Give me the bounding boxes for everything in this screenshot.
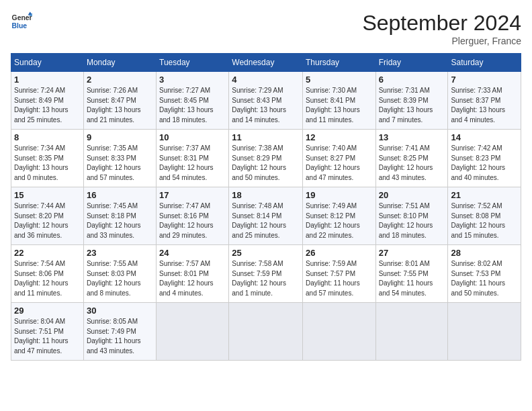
calendar-cell <box>303 303 376 361</box>
day-info: Sunrise: 8:05 AM Sunset: 7:49 PM Dayligh… <box>87 317 153 356</box>
svg-text:General: General <box>12 14 32 21</box>
day-number: 7 <box>451 75 518 85</box>
day-number: 3 <box>159 75 226 85</box>
day-info: Sunrise: 7:29 AM Sunset: 8:43 PM Dayligh… <box>232 86 300 125</box>
day-number: 22 <box>14 248 81 258</box>
day-info: Sunrise: 7:51 AM Sunset: 8:10 PM Dayligh… <box>379 201 445 240</box>
day-info: Sunrise: 7:38 AM Sunset: 8:29 PM Dayligh… <box>232 144 300 183</box>
calendar-week-row: 8Sunrise: 7:34 AM Sunset: 8:35 PM Daylig… <box>11 130 521 187</box>
day-number: 11 <box>232 132 300 142</box>
calendar-cell: 24Sunrise: 7:57 AM Sunset: 8:01 PM Dayli… <box>157 245 229 303</box>
day-info: Sunrise: 7:26 AM Sunset: 8:47 PM Dayligh… <box>87 86 153 125</box>
day-info: Sunrise: 7:58 AM Sunset: 7:59 PM Dayligh… <box>232 259 300 298</box>
day-info: Sunrise: 7:41 AM Sunset: 8:25 PM Dayligh… <box>379 144 445 183</box>
calendar-cell: 21Sunrise: 7:52 AM Sunset: 8:08 PM Dayli… <box>448 187 521 245</box>
day-info: Sunrise: 7:52 AM Sunset: 8:08 PM Dayligh… <box>451 201 518 240</box>
day-info: Sunrise: 7:34 AM Sunset: 8:35 PM Dayligh… <box>14 144 81 183</box>
calendar-week-row: 1Sunrise: 7:24 AM Sunset: 8:49 PM Daylig… <box>11 72 521 130</box>
day-number: 6 <box>379 75 445 85</box>
day-info: Sunrise: 7:27 AM Sunset: 8:45 PM Dayligh… <box>159 86 226 125</box>
day-number: 18 <box>232 190 300 200</box>
calendar-cell <box>229 303 303 361</box>
title-block: September 2024 Plerguer, France <box>362 11 521 46</box>
day-number: 24 <box>159 248 226 258</box>
day-info: Sunrise: 7:57 AM Sunset: 8:01 PM Dayligh… <box>159 259 226 298</box>
day-info: Sunrise: 7:59 AM Sunset: 7:57 PM Dayligh… <box>306 259 373 298</box>
calendar-cell: 9Sunrise: 7:35 AM Sunset: 8:33 PM Daylig… <box>83 130 156 187</box>
day-number: 2 <box>87 75 153 85</box>
calendar-cell <box>157 303 229 361</box>
calendar-cell <box>448 303 521 361</box>
day-number: 20 <box>379 190 445 200</box>
calendar-cell: 12Sunrise: 7:40 AM Sunset: 8:27 PM Dayli… <box>303 130 376 187</box>
calendar-week-row: 29Sunrise: 8:04 AM Sunset: 7:51 PM Dayli… <box>11 303 521 361</box>
day-of-week-header: Monday <box>83 54 156 72</box>
calendar-header-row: SundayMondayTuesdayWednesdayThursdayFrid… <box>11 54 521 72</box>
location: Plerguer, France <box>362 36 521 46</box>
day-info: Sunrise: 7:55 AM Sunset: 8:03 PM Dayligh… <box>87 259 153 298</box>
calendar-cell: 1Sunrise: 7:24 AM Sunset: 8:49 PM Daylig… <box>11 72 84 130</box>
day-number: 27 <box>379 248 445 258</box>
calendar-cell: 2Sunrise: 7:26 AM Sunset: 8:47 PM Daylig… <box>83 72 156 130</box>
day-number: 30 <box>87 306 153 316</box>
day-number: 12 <box>306 132 373 142</box>
day-number: 28 <box>451 248 518 258</box>
day-number: 17 <box>159 190 226 200</box>
day-number: 29 <box>14 306 81 316</box>
day-number: 5 <box>306 75 373 85</box>
calendar-cell: 30Sunrise: 8:05 AM Sunset: 7:49 PM Dayli… <box>83 303 156 361</box>
day-number: 23 <box>87 248 153 258</box>
day-number: 13 <box>379 132 445 142</box>
calendar-week-row: 15Sunrise: 7:44 AM Sunset: 8:20 PM Dayli… <box>11 187 521 245</box>
day-info: Sunrise: 7:33 AM Sunset: 8:37 PM Dayligh… <box>451 86 518 125</box>
calendar-table: SundayMondayTuesdayWednesdayThursdayFrid… <box>11 53 521 361</box>
calendar-cell: 29Sunrise: 8:04 AM Sunset: 7:51 PM Dayli… <box>11 303 84 361</box>
calendar-cell: 5Sunrise: 7:30 AM Sunset: 8:41 PM Daylig… <box>303 72 376 130</box>
day-number: 15 <box>14 190 81 200</box>
day-number: 10 <box>159 132 226 142</box>
day-info: Sunrise: 8:01 AM Sunset: 7:55 PM Dayligh… <box>379 259 445 298</box>
calendar-cell: 19Sunrise: 7:49 AM Sunset: 8:12 PM Dayli… <box>303 187 376 245</box>
calendar-cell: 23Sunrise: 7:55 AM Sunset: 8:03 PM Dayli… <box>83 245 156 303</box>
calendar-cell: 3Sunrise: 7:27 AM Sunset: 8:45 PM Daylig… <box>157 72 229 130</box>
calendar-cell: 16Sunrise: 7:45 AM Sunset: 8:18 PM Dayli… <box>83 187 156 245</box>
day-info: Sunrise: 7:47 AM Sunset: 8:16 PM Dayligh… <box>159 201 226 240</box>
day-info: Sunrise: 7:37 AM Sunset: 8:31 PM Dayligh… <box>159 144 226 183</box>
day-of-week-header: Sunday <box>11 54 84 72</box>
calendar-cell: 13Sunrise: 7:41 AM Sunset: 8:25 PM Dayli… <box>375 130 448 187</box>
day-number: 19 <box>306 190 373 200</box>
calendar-body: 1Sunrise: 7:24 AM Sunset: 8:49 PM Daylig… <box>11 72 521 361</box>
day-info: Sunrise: 7:48 AM Sunset: 8:14 PM Dayligh… <box>232 201 300 240</box>
day-info: Sunrise: 8:02 AM Sunset: 7:53 PM Dayligh… <box>451 259 518 298</box>
day-number: 8 <box>14 132 81 142</box>
day-of-week-header: Friday <box>375 54 448 72</box>
day-number: 26 <box>306 248 373 258</box>
day-info: Sunrise: 7:45 AM Sunset: 8:18 PM Dayligh… <box>87 201 153 240</box>
day-number: 16 <box>87 190 153 200</box>
logo: General Blue <box>11 11 32 32</box>
day-info: Sunrise: 8:04 AM Sunset: 7:51 PM Dayligh… <box>14 317 81 356</box>
day-info: Sunrise: 7:40 AM Sunset: 8:27 PM Dayligh… <box>306 144 373 183</box>
calendar-cell: 11Sunrise: 7:38 AM Sunset: 8:29 PM Dayli… <box>229 130 303 187</box>
day-of-week-header: Wednesday <box>229 54 303 72</box>
day-of-week-header: Thursday <box>303 54 376 72</box>
calendar-cell: 18Sunrise: 7:48 AM Sunset: 8:14 PM Dayli… <box>229 187 303 245</box>
month-title: September 2024 <box>362 11 521 36</box>
calendar-cell: 10Sunrise: 7:37 AM Sunset: 8:31 PM Dayli… <box>157 130 229 187</box>
day-info: Sunrise: 7:54 AM Sunset: 8:06 PM Dayligh… <box>14 259 81 298</box>
day-of-week-header: Tuesday <box>157 54 229 72</box>
day-of-week-header: Saturday <box>448 54 521 72</box>
calendar-cell: 22Sunrise: 7:54 AM Sunset: 8:06 PM Dayli… <box>11 245 84 303</box>
day-number: 25 <box>232 248 300 258</box>
day-info: Sunrise: 7:35 AM Sunset: 8:33 PM Dayligh… <box>87 144 153 183</box>
calendar-cell: 25Sunrise: 7:58 AM Sunset: 7:59 PM Dayli… <box>229 245 303 303</box>
calendar-week-row: 22Sunrise: 7:54 AM Sunset: 8:06 PM Dayli… <box>11 245 521 303</box>
page-header: General Blue September 2024 Plerguer, Fr… <box>11 11 521 46</box>
calendar-cell: 14Sunrise: 7:42 AM Sunset: 8:23 PM Dayli… <box>448 130 521 187</box>
day-info: Sunrise: 7:42 AM Sunset: 8:23 PM Dayligh… <box>451 144 518 183</box>
calendar-cell: 27Sunrise: 8:01 AM Sunset: 7:55 PM Dayli… <box>375 245 448 303</box>
day-number: 4 <box>232 75 300 85</box>
calendar-cell: 8Sunrise: 7:34 AM Sunset: 8:35 PM Daylig… <box>11 130 84 187</box>
calendar-cell: 15Sunrise: 7:44 AM Sunset: 8:20 PM Dayli… <box>11 187 84 245</box>
day-info: Sunrise: 7:24 AM Sunset: 8:49 PM Dayligh… <box>14 86 81 125</box>
